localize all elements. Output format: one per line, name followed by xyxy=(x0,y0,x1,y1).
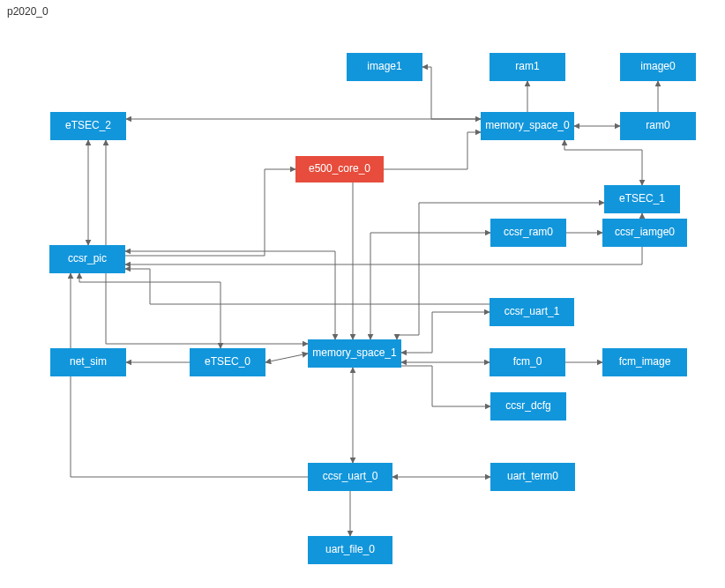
node-ccsr_iamge0[interactable]: ccsr_iamge0 xyxy=(602,219,687,247)
node-fcm_0[interactable]: fcm_0 xyxy=(490,348,565,376)
node-ccsr_ram0[interactable]: ccsr_ram0 xyxy=(490,219,566,247)
node-image0[interactable]: image0 xyxy=(620,53,696,81)
node-eTSEC_1[interactable]: eTSEC_1 xyxy=(604,185,680,213)
node-eTSEC_2[interactable]: eTSEC_2 xyxy=(50,112,126,140)
node-ccsr_pic[interactable]: ccsr_pic xyxy=(49,245,125,273)
node-memory_space_1[interactable]: memory_space_1 xyxy=(308,339,401,368)
node-e500_core_0[interactable]: e500_core_0 xyxy=(295,156,384,182)
node-eTSEC_0[interactable]: eTSEC_0 xyxy=(190,348,265,376)
node-ccsr_dcfg[interactable]: ccsr_dcfg xyxy=(490,392,566,421)
node-ccsr_uart_0[interactable]: ccsr_uart_0 xyxy=(308,463,392,491)
node-fcm_image[interactable]: fcm_image xyxy=(602,348,687,376)
node-net_sim[interactable]: net_sim xyxy=(50,348,126,376)
node-uart_term0[interactable]: uart_term0 xyxy=(490,463,575,491)
node-ram0[interactable]: ram0 xyxy=(620,112,696,140)
diagram-canvas: image1ram1image0eTSEC_2memory_space_0ram… xyxy=(0,0,725,588)
node-memory_space_0[interactable]: memory_space_0 xyxy=(481,112,574,140)
node-uart_file_0[interactable]: uart_file_0 xyxy=(308,536,392,564)
node-ram1[interactable]: ram1 xyxy=(490,53,565,81)
node-ccsr_uart_1[interactable]: ccsr_uart_1 xyxy=(490,298,574,326)
node-image1[interactable]: image1 xyxy=(347,53,422,81)
